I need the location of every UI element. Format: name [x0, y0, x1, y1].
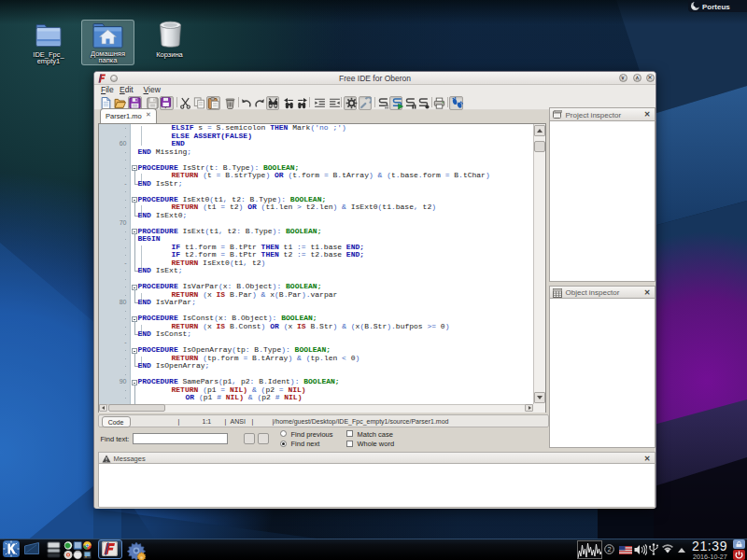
svg-text:2: 2	[607, 545, 611, 553]
